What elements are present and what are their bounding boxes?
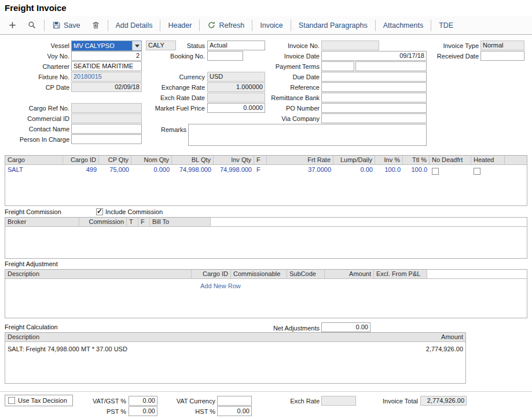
hst-label: HST % <box>163 407 215 416</box>
invoice-date-field[interactable]: 09/17/18 <box>321 51 427 61</box>
heated-checkbox[interactable] <box>474 168 480 175</box>
cargo-table: Cargo Cargo ID CP Qty Nom Qty BL Qty Inv… <box>5 155 527 206</box>
payment-terms-label: Payment Terms <box>255 62 320 71</box>
commission-table-header: Broker Commission T F Bill To <box>5 218 527 227</box>
due-date-field[interactable] <box>321 72 427 82</box>
commercial-id-field <box>71 113 142 123</box>
charterer-field[interactable]: SEATIDE MARITIME <box>71 61 142 71</box>
no-deadfrt-checkbox[interactable] <box>432 168 439 175</box>
refresh-button[interactable]: Refresh <box>203 19 249 31</box>
cargo-cell-bl-qty[interactable]: 74,998.000 <box>172 165 214 175</box>
cargo-cell-cp-qty[interactable]: 75,000 <box>99 165 131 175</box>
include-commission-label: Include Commission <box>105 208 163 215</box>
status-label: Status <box>140 41 205 50</box>
contact-name-field[interactable] <box>71 124 142 134</box>
use-tax-decision-checkbox[interactable] <box>8 397 15 404</box>
attachments-label: Attachments <box>383 21 423 30</box>
col-header-cp-qty: CP Qty <box>99 156 131 165</box>
cargo-cell-lump-daily[interactable]: 0.00 <box>333 165 375 175</box>
cargo-ref-no-field <box>71 103 142 113</box>
remarks-label: Remarks <box>139 125 186 134</box>
col-header-bill-to: Bill To <box>150 218 211 227</box>
cp-date-label: CP Date <box>5 83 69 92</box>
col-header-cargo-id: Cargo ID <box>63 156 99 165</box>
fixture-no-label: Fixture No. <box>5 72 69 82</box>
freight-commission-section-label: Freight Commission <box>5 208 61 215</box>
tde-label: TDE <box>439 21 453 30</box>
col-header-excl-from-pl: Excl. From P&L <box>374 270 427 279</box>
vessel-selected-value: MV CALYPSO <box>72 41 132 50</box>
cargo-cell-inv-pct[interactable]: 100.0 <box>375 165 403 175</box>
col-header-cargo: Cargo <box>5 156 63 165</box>
include-commission-checkbox[interactable] <box>96 208 103 215</box>
col-header-f: F <box>254 156 267 165</box>
save-button[interactable]: Save <box>47 19 85 31</box>
market-fuel-price-label: Market Fuel Price <box>140 104 205 113</box>
search-button[interactable] <box>23 19 41 31</box>
remittance-bank-field[interactable] <box>321 93 427 102</box>
invoice-button[interactable]: Invoice <box>255 20 288 31</box>
currency-label: Currency <box>140 72 205 82</box>
po-number-field[interactable] <box>321 103 427 113</box>
col-header-lump-daily: Lump/Daily <box>333 156 375 165</box>
charterer-label: Charterer <box>5 62 69 71</box>
delete-button[interactable] <box>87 19 105 31</box>
invoice-type-field: Normal <box>480 41 524 50</box>
col-header-commission: Commission <box>79 218 127 227</box>
col-header-ttl-pct: Ttl % <box>403 156 430 165</box>
vat-gst-field[interactable]: 0.00 <box>129 396 157 406</box>
voy-no-field[interactable]: 2 <box>71 51 142 61</box>
calculation-table: Description Amount SALT: Freight 74,998.… <box>5 332 466 384</box>
add-new-row-link[interactable]: Add New Row <box>200 282 241 289</box>
invoice-type-label: Invoice Type <box>427 41 479 50</box>
col-header-nom-qty: Nom Qty <box>131 156 172 165</box>
reference-field[interactable] <box>321 82 427 92</box>
col-header-amount: Amount <box>413 333 465 342</box>
refresh-label: Refresh <box>219 21 244 30</box>
booking-no-field[interactable] <box>207 51 243 61</box>
save-icon <box>52 21 61 30</box>
vat-currency-field[interactable] <box>217 396 252 406</box>
freight-adjustment-section-label: Freight Adjustment <box>5 260 58 267</box>
pst-field[interactable]: 0.00 <box>129 406 157 416</box>
col-header-cargo-id: Cargo ID <box>192 270 231 279</box>
fixture-no-field[interactable]: 20180015 <box>71 72 142 82</box>
cargo-cell-inv-qty[interactable]: 74,998.000 <box>214 165 254 175</box>
col-header-amount: Amount <box>325 270 374 279</box>
via-company-field[interactable] <box>321 113 427 123</box>
toolbar-separator <box>252 20 252 31</box>
calculation-table-header: Description Amount <box>5 333 465 342</box>
header-label: Header <box>168 21 192 30</box>
vessel-select[interactable]: MV CALYPSO <box>71 41 142 51</box>
payment-terms-field[interactable] <box>321 61 354 71</box>
header-button[interactable]: Header <box>163 20 196 31</box>
add-details-button[interactable]: Add Details <box>111 20 157 31</box>
col-header-commissionable: Commissionable <box>231 270 287 279</box>
remarks-textarea[interactable] <box>188 124 427 146</box>
cargo-table-header: Cargo Cargo ID CP Qty Nom Qty BL Qty Inv… <box>5 156 527 165</box>
standard-paragraphs-button[interactable]: Standard Paragraphs <box>294 20 372 31</box>
col-header-frt-rate: Frt Rate <box>267 156 333 165</box>
cargo-cell-cargo-id[interactable]: 499 <box>63 165 99 175</box>
vat-gst-label: VAT/GST % <box>74 396 126 406</box>
voy-no-label: Voy No. <box>5 52 69 61</box>
col-header-subcode: SubCode <box>287 270 325 279</box>
col-header-filler <box>427 270 527 279</box>
tde-button[interactable]: TDE <box>434 20 458 31</box>
cargo-cell-nom-qty[interactable]: 0.000 <box>131 165 172 175</box>
hst-field[interactable]: 0.00 <box>217 406 252 416</box>
cargo-cell-cargo[interactable]: SALT <box>5 165 63 175</box>
cargo-cell-ttl-pct[interactable]: 100.0 <box>403 165 430 175</box>
payment-terms-description-field[interactable] <box>355 61 427 71</box>
attachments-button[interactable]: Attachments <box>379 20 428 31</box>
cargo-cell-frt-rate[interactable]: 37.0000 <box>267 165 333 175</box>
footer-exch-rate-field <box>321 396 356 406</box>
commercial-id-label: Commercial ID <box>5 114 69 123</box>
invoice-no-label: Invoice No. <box>255 41 320 50</box>
received-date-field[interactable] <box>480 51 524 61</box>
cargo-cell-f[interactable]: F <box>254 165 267 175</box>
refresh-icon <box>207 21 216 30</box>
chevron-down-icon <box>135 45 140 47</box>
new-button[interactable] <box>3 19 21 31</box>
person-in-charge-field[interactable] <box>71 134 142 144</box>
